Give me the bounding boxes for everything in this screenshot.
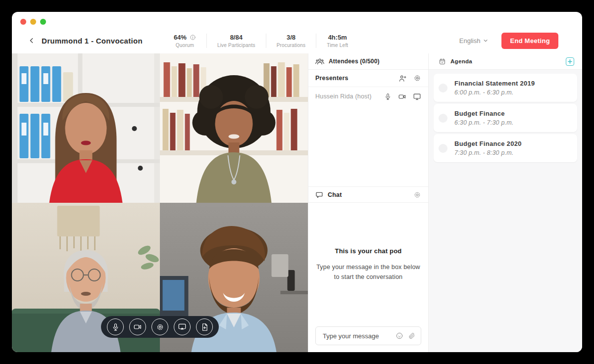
presenters-row: Presenters	[308, 70, 428, 87]
stat-live-participants: 8/84 Live Participants	[206, 34, 266, 48]
video-grid	[12, 53, 308, 352]
meeting-title: Drummond 1 - Convocation	[42, 37, 143, 45]
attendees-group-icon	[315, 58, 324, 65]
agenda-item-time: 7:30 p.m. - 8:30 p.m.	[454, 149, 571, 156]
host-row: Hussein Rida (host)	[308, 87, 428, 106]
close-window-button[interactable]	[20, 19, 26, 25]
end-meeting-button[interactable]: End Meeting	[501, 33, 558, 49]
attendees-header: Attendees (0/500)	[308, 53, 428, 70]
stat-quorum: 64% Quorum	[163, 34, 206, 48]
screen: { "window": { "title": "Drummond 1 - Con…	[0, 0, 594, 364]
attachment-button[interactable]	[408, 332, 416, 340]
chat-header: Chat	[308, 187, 428, 203]
agenda-item-title: Financial Statement 2019	[454, 80, 571, 87]
titlebar	[12, 12, 582, 28]
meeting-header: Drummond 1 - Convocation 64% Quorum 8/84…	[12, 28, 582, 53]
host-name: Hussein Rida (host)	[315, 93, 372, 100]
add-presenter-button[interactable]	[398, 74, 407, 83]
agenda-item-time: 6:00 p.m. - 6:30 p.m.	[454, 89, 571, 96]
stat-quorum-value: 64%	[174, 34, 187, 41]
stat-time-left-label: Time Left	[327, 43, 348, 48]
agenda-list: Financial Statement 2019 6:00 p.m. - 6:3…	[429, 70, 582, 166]
app-window: Drummond 1 - Convocation 64% Quorum 8/84…	[12, 12, 582, 352]
gear-icon	[413, 74, 421, 82]
chat-settings-button[interactable]	[413, 191, 421, 199]
stat-live-label: Live Participants	[217, 43, 255, 48]
share-file-button[interactable]	[196, 318, 213, 335]
host-camera-button[interactable]	[398, 92, 406, 101]
screen-share-icon	[178, 322, 187, 331]
info-icon[interactable]	[190, 34, 196, 41]
agenda-item-time: 6:30 p.m. - 7:30 p.m.	[454, 119, 571, 126]
language-label: English	[459, 37, 481, 45]
emoji-icon	[396, 332, 403, 340]
settings-button[interactable]	[151, 318, 168, 335]
calendar-icon	[439, 58, 446, 65]
meeting-toolbar	[101, 316, 219, 338]
stat-live-value: 8/84	[230, 34, 243, 41]
chat-empty-state: This is your chat pod Type your message …	[308, 203, 428, 326]
minimize-window-button[interactable]	[30, 19, 36, 25]
screen-share-button[interactable]	[174, 318, 191, 335]
back-button[interactable]	[28, 37, 36, 45]
camera-icon	[133, 322, 142, 331]
chat-title: Chat	[328, 191, 342, 198]
chat-input-container	[315, 326, 421, 345]
gear-icon	[413, 191, 421, 199]
host-microphone-button[interactable]	[384, 93, 392, 100]
gear-icon	[156, 323, 164, 331]
stat-time-left-value: 4h:5m	[328, 34, 347, 41]
host-screen-button[interactable]	[413, 92, 421, 101]
chat-section: Chat This is your chat pod Type your mes…	[308, 186, 428, 352]
stat-time-left: 4h:5m Time Left	[316, 34, 358, 48]
agenda-item-title: Budget Finance	[454, 110, 571, 117]
agenda-item-title: Budget Finance 2020	[454, 140, 571, 147]
chat-empty-subtitle: Type your message in the box below to st…	[316, 262, 421, 282]
header-right: English End Meeting	[459, 33, 558, 49]
attendees-empty-space	[308, 106, 428, 186]
stat-procurations: 3/8 Procurations	[266, 34, 316, 48]
microphone-icon	[384, 93, 392, 100]
chat-message-input[interactable]	[322, 332, 396, 340]
share-file-icon	[200, 323, 209, 331]
agenda-item[interactable]: Budget Finance 6:30 p.m. - 7:30 p.m.	[434, 104, 577, 132]
camera-button[interactable]	[129, 318, 146, 335]
language-selector[interactable]: English	[459, 37, 489, 45]
agenda-item-handle[interactable]	[439, 144, 447, 153]
person-add-icon	[398, 74, 407, 83]
video-tile-participant-1	[12, 53, 160, 203]
agenda-item[interactable]: Financial Statement 2019 6:00 p.m. - 6:3…	[434, 74, 577, 102]
add-agenda-item-button[interactable]	[566, 57, 574, 66]
attendees-panel: Attendees (0/500) Presenters Hussein Rid…	[308, 53, 429, 352]
microphone-button[interactable]	[107, 318, 124, 335]
stat-procurations-value: 3/8	[287, 34, 296, 41]
agenda-panel: Agenda Financial Statement 2019 6:00 p.m…	[429, 53, 582, 352]
agenda-item[interactable]: Budget Finance 2020 7:30 p.m. - 8:30 p.m…	[434, 134, 577, 162]
paperclip-icon	[408, 332, 416, 340]
agenda-title: Agenda	[450, 58, 472, 64]
chat-bubble-icon	[315, 191, 323, 199]
presenters-settings-button[interactable]	[413, 74, 421, 82]
agenda-header: Agenda	[429, 53, 582, 70]
emoji-button[interactable]	[396, 332, 403, 340]
agenda-item-handle[interactable]	[439, 114, 447, 123]
stat-quorum-label: Quorum	[174, 43, 196, 48]
participant-2-video	[160, 53, 308, 203]
camera-icon	[398, 92, 406, 101]
presenters-label: Presenters	[315, 75, 348, 82]
main-area: Attendees (0/500) Presenters Hussein Rid…	[12, 53, 582, 352]
agenda-item-handle[interactable]	[439, 84, 447, 92]
plus-icon	[568, 59, 572, 64]
video-tile-participant-2	[160, 53, 308, 203]
participant-1-video	[12, 53, 160, 203]
monitor-icon	[413, 92, 421, 101]
stat-procurations-label: Procurations	[277, 43, 306, 48]
meeting-stats: 64% Quorum 8/84 Live Participants 3/8 Pr…	[163, 34, 358, 48]
chevron-left-icon	[28, 37, 36, 45]
chat-empty-title: This is your chat pod	[335, 247, 402, 255]
microphone-icon	[111, 323, 120, 331]
zoom-window-button[interactable]	[40, 19, 46, 25]
chevron-down-icon	[483, 38, 489, 44]
attendees-title: Attendees (0/500)	[329, 58, 380, 65]
